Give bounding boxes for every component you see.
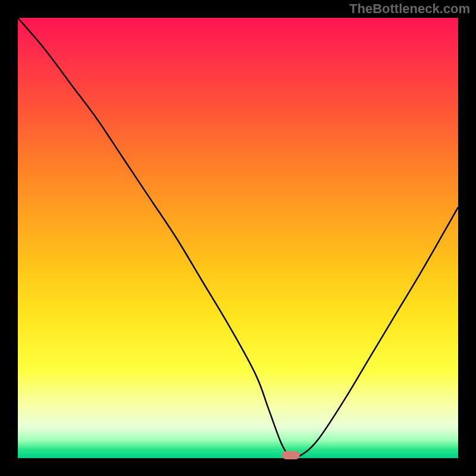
watermark-text: TheBottleneck.com bbox=[349, 1, 470, 17]
optimal-point-marker bbox=[282, 451, 300, 459]
bottleneck-curve-line bbox=[18, 18, 458, 458]
bottleneck-chart bbox=[18, 18, 458, 458]
